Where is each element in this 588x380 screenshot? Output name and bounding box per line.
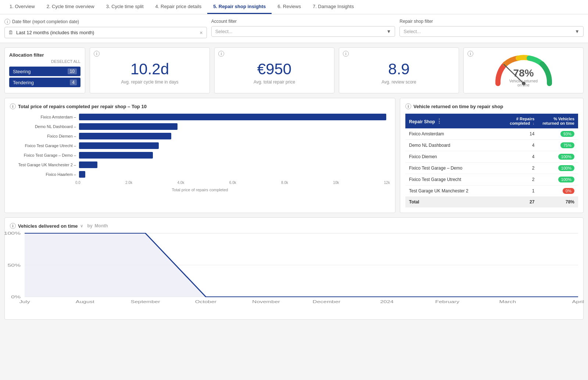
bar-wrap (79, 142, 386, 149)
sort-icon[interactable]: ↓ (533, 121, 534, 125)
svg-text:0%: 0% (11, 295, 21, 299)
review-score-info-icon[interactable]: i (343, 51, 349, 57)
table-total-row: Total 27 78% (405, 197, 578, 207)
svg-text:March: March (499, 300, 516, 304)
bar-label: Fixico Diemen – (14, 134, 76, 138)
gauge-info-icon[interactable]: i (467, 51, 473, 57)
pct-badge-red: 0% (563, 188, 574, 194)
table-header-pct: % Vehicles returned on time (538, 114, 578, 128)
table-cell-shop: Demo NL Dashboard (405, 140, 501, 151)
nav-tab-cycle-time-overview[interactable]: 2. Cycle time overview (41, 0, 100, 14)
bar-fill (79, 114, 386, 120)
table-cell-repairs: 2 (501, 163, 538, 174)
calendar-icon: 🗓 (8, 30, 13, 35)
table-cell-pct: 75% (538, 140, 578, 151)
account-filter-label: Account filter (211, 19, 237, 24)
gauge-percent-text: 78% Vehicles returned on time (509, 67, 538, 87)
nav-tab-reviews[interactable]: 6. Reviews (272, 0, 307, 14)
line-chart-by: by (87, 223, 93, 228)
bar-wrap (79, 123, 386, 130)
nav-tab-overview[interactable]: 1. Overview (4, 0, 41, 14)
date-filter-input[interactable]: 🗓 Last 12 months (includes this month) × (4, 27, 207, 38)
bar-row: Fixico Test Garage – Demo – (14, 152, 386, 159)
bar-fill (79, 171, 85, 178)
on-time-gauge-card: i 78% Vehicles returned o (463, 47, 584, 93)
table-cell-repairs: 4 (501, 140, 538, 151)
bar-row: Test Garage UK Manchester 2 – (14, 161, 386, 168)
table-row: Demo NL Dashboard 4 75% (405, 140, 578, 151)
nav-tab-repair-price-details[interactable]: 4. Repair price details (150, 0, 208, 14)
pct-badge-green: 100% (558, 177, 574, 182)
bar-axis-label: 10k (333, 181, 339, 185)
bar-chart-info-icon[interactable]: i (10, 103, 16, 109)
nav-tab-repair-shop-insights[interactable]: 5. Repair shop insights (207, 0, 272, 14)
table-cell-repairs: 14 (501, 128, 538, 140)
table-cell-shop: Fixico Amsterdam (405, 128, 501, 140)
repairshop-filter-select[interactable]: Select... ▼ (399, 26, 584, 37)
repairshop-filter-label: Repair shop filter (399, 19, 433, 24)
table-row: Fixico Test Garage – Demo 2 100% (405, 163, 578, 174)
bar-fill (79, 123, 178, 130)
table-cell-repairs: 2 (501, 174, 538, 185)
table-total-repairs: 27 (501, 197, 538, 207)
account-filter-select[interactable]: Select... ▼ (211, 26, 395, 37)
repairshop-filter-arrow: ▼ (575, 29, 580, 34)
bar-axis-label: 12k (384, 181, 390, 185)
table-title: i Vehicle returned on time by repair sho… (405, 103, 578, 109)
bar-chart-title: i Total price of repairs completed per r… (10, 103, 390, 109)
table-cell-shop: Fixico Test Garage – Demo (405, 163, 501, 174)
table-menu-icon[interactable]: ⋮ (436, 118, 442, 124)
table-total-label: Total (405, 197, 501, 207)
table-cell-shop: Fixico Test Garage Utrecht (405, 174, 501, 185)
deselect-all-button[interactable]: DESELECT ALL (9, 59, 80, 64)
table-cell-shop: Test Garage UK Manchester 2 (405, 185, 501, 197)
table-row: Fixico Amsterdam 14 93% (405, 128, 578, 140)
svg-text:April: April (572, 300, 584, 304)
line-chart-title: Vehicles delivered on time (18, 223, 78, 229)
svg-text:November: November (252, 300, 280, 304)
table-info-icon[interactable]: i (405, 103, 411, 109)
cycle-time-card: i 10.2d Avg. repair cycle time in days (90, 47, 210, 93)
bar-axis-label: 6.0k (229, 181, 236, 185)
date-filter-section: i Date filter (report completion date) 🗓… (4, 19, 207, 38)
account-filter-arrow: ▼ (386, 29, 391, 34)
svg-text:August: August (76, 300, 94, 304)
table-cell-repairs: 1 (501, 185, 538, 197)
bar-wrap (79, 114, 386, 120)
svg-text:50%: 50% (7, 263, 21, 267)
nav-tab-damage-insights[interactable]: 7. Damage Insights (307, 0, 360, 14)
bar-wrap (79, 171, 386, 178)
table-total-pct: 78% (538, 197, 578, 207)
bar-fill (79, 133, 171, 139)
cycle-time-info-icon[interactable]: i (94, 51, 100, 57)
allocation-item-label: Steering (13, 69, 31, 74)
svg-text:October: October (195, 300, 217, 304)
repair-shop-table: Repair Shop ⋮# Repairs completed ↓% Vehi… (405, 114, 578, 207)
allocation-item-steering[interactable]: Steering10 (9, 67, 80, 76)
review-score-value: 8.9 (388, 60, 409, 78)
allocation-item-count: 4 (70, 79, 77, 85)
table-row: Fixico Test Garage Utrecht 2 100% (405, 174, 578, 185)
nav-tab-cycle-time-split[interactable]: 3. Cycle time split (100, 0, 150, 14)
charts-row: i Total price of repairs completed per r… (4, 98, 584, 213)
repair-price-card: i €950 Avg. total repair price (214, 47, 334, 93)
svg-text:February: February (435, 300, 459, 304)
table-card: i Vehicle returned on time by repair sho… (400, 98, 584, 213)
line-chart-title-chevron[interactable]: ∨ (80, 224, 83, 228)
date-filter-info-icon[interactable]: i (4, 19, 10, 25)
pct-badge-green: 93% (560, 131, 574, 137)
bar-row: Demo NL Dashboard – (14, 123, 386, 130)
repair-price-value: €950 (257, 60, 291, 78)
svg-text:July: July (19, 300, 30, 304)
bar-row: Fixico Haarlem – (14, 171, 386, 178)
bar-wrap (79, 161, 386, 168)
bar-label: Fixico Test Garage – Demo – (14, 153, 76, 157)
repair-price-info-icon[interactable]: i (218, 51, 224, 57)
table-header-shop: Repair Shop ⋮ (405, 114, 501, 128)
gauge-visual: 78% Vehicles returned on time (494, 54, 553, 87)
line-chart-info-icon[interactable]: i (10, 223, 16, 229)
date-filter-clear[interactable]: × (200, 29, 203, 36)
table-header-repairs: # Repairs completed ↓ (501, 114, 538, 128)
allocation-item-tendering[interactable]: Tendering4 (9, 78, 80, 87)
line-chart-header: i Vehicles delivered on time ∨ by Month (10, 223, 578, 229)
